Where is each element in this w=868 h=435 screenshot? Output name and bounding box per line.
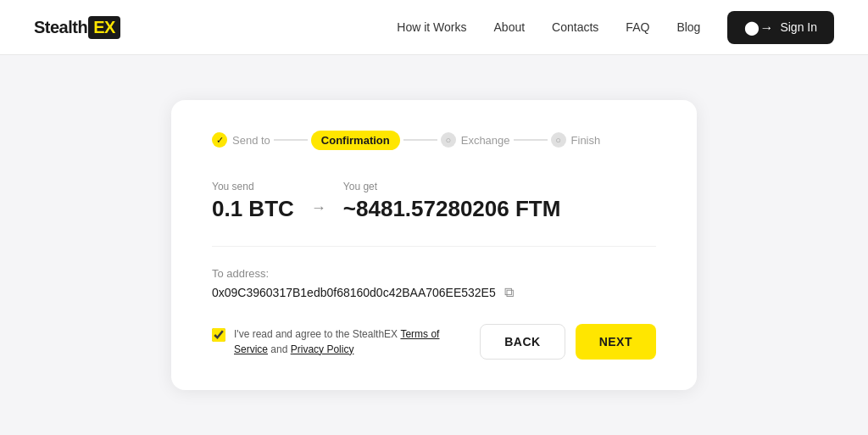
receive-label: You get [343,181,561,192]
agree-pre-text: I've read and agree to the StealthEX [234,328,400,340]
agree-text: I've read and agree to the StealthEX Ter… [234,326,463,357]
step-send-to-icon: ✓ [212,132,227,148]
sign-in-button[interactable]: ⬤→ Sign In [727,11,834,44]
navbar: Stealth EX How it Works About Contacts F… [0,0,868,54]
exchange-info: You send 0.1 BTC → You get ~8481.5728020… [212,181,656,222]
step-send-to-label: Send to [232,134,270,147]
logo: Stealth EX [34,16,120,39]
address-value: 0x09C3960317B1edb0f68160d0c42BAA706EE532… [212,286,496,299]
sign-in-icon: ⬤→ [744,20,773,36]
main-content: ✓ Send to Confirmation ○ Exchange ○ Fini… [0,54,868,435]
agree-and: and [268,343,291,355]
address-row: 0x09C3960317B1edb0f68160d0c42BAA706EE532… [212,285,656,300]
action-buttons: BACK NEXT [480,324,656,360]
steps-bar: ✓ Send to Confirmation ○ Exchange ○ Fini… [212,131,656,150]
agree-section: I've read and agree to the StealthEX Ter… [212,326,463,357]
footer-row: I've read and agree to the StealthEX Ter… [212,324,656,360]
next-button[interactable]: NEXT [576,324,656,360]
nav-how-it-works[interactable]: How it Works [397,20,466,34]
step-exchange-label: Exchange [461,134,510,147]
nav-faq[interactable]: FAQ [626,20,649,34]
step-connector-2 [403,139,437,141]
receive-amount: ~8481.57280206 FTM [343,196,561,222]
send-label: You send [212,181,294,192]
address-section: To address: 0x09C3960317B1edb0f68160d0c4… [212,267,656,300]
step-exchange: ○ Exchange [441,132,510,148]
step-confirmation: Confirmation [311,131,400,150]
sign-in-label: Sign In [780,20,817,34]
privacy-policy-link[interactable]: Privacy Policy [291,343,354,355]
receive-block: You get ~8481.57280206 FTM [343,181,561,222]
agree-checkbox[interactable] [212,328,225,342]
step-connector-1 [274,139,308,141]
send-block: You send 0.1 BTC [212,181,294,222]
logo-stealth-text: Stealth [34,18,87,37]
nav-blog[interactable]: Blog [676,20,700,34]
step-finish-label: Finish [571,134,601,147]
nav-links: How it Works About Contacts FAQ Blog ⬤→ … [397,11,834,44]
nav-about[interactable]: About [494,20,526,34]
step-finish-icon: ○ [551,132,566,148]
divider [212,246,656,247]
step-send-to: ✓ Send to [212,132,270,148]
step-confirmation-label: Confirmation [311,131,400,150]
logo-ex-text: EX [88,16,120,39]
address-label: To address: [212,267,656,280]
nav-contacts[interactable]: Contacts [552,20,598,34]
step-exchange-icon: ○ [441,132,456,148]
step-connector-3 [514,139,548,141]
step-finish: ○ Finish [551,132,601,148]
back-button[interactable]: BACK [480,324,565,360]
send-amount: 0.1 BTC [212,196,294,222]
copy-icon[interactable]: ⧉ [504,285,514,300]
confirmation-card: ✓ Send to Confirmation ○ Exchange ○ Fini… [171,100,697,390]
arrow-icon: → [311,199,326,217]
